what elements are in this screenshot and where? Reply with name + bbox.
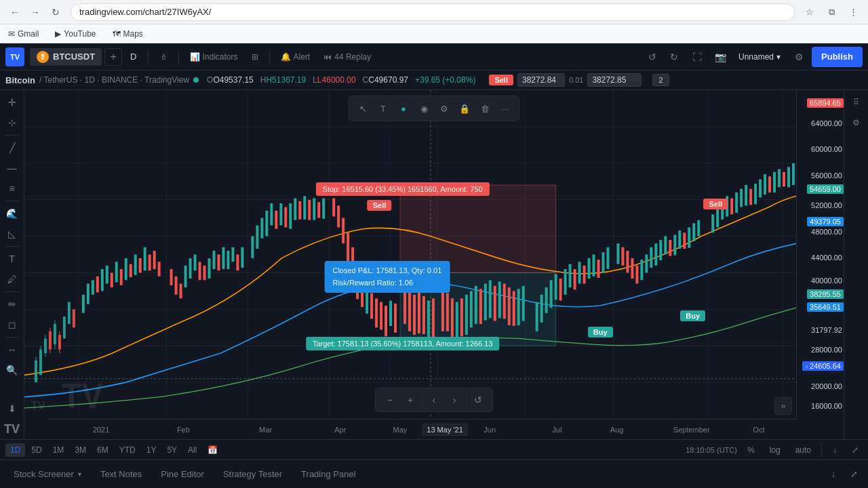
chart-area[interactable]: ↖ T ● ◉ ⚙ 🔒 🗑 ···	[24, 90, 844, 439]
reset-zoom-button[interactable]: ↺	[469, 391, 487, 409]
expand-right-button[interactable]: »	[774, 397, 792, 415]
tf-1y-button[interactable]: 1Y	[142, 443, 161, 457]
layout-icon: ⊞	[252, 52, 258, 62]
bookmark-maps[interactable]: 🗺 Maps	[110, 28, 146, 40]
fib-tool[interactable]: 🌊	[3, 204, 22, 223]
rs-drag-handle[interactable]: ⠿	[847, 93, 866, 112]
price-38285: 38285.55	[807, 289, 844, 299]
shape-tool[interactable]: ◻	[3, 315, 22, 334]
cursor-tool[interactable]: ✛	[3, 93, 22, 112]
screenshot-button[interactable]: 📷	[710, 47, 730, 67]
dt-settings-btn[interactable]: ⚙	[435, 99, 454, 118]
dt-fill-btn[interactable]: ◉	[414, 99, 433, 118]
tv-logo-bottom[interactable]: TV	[4, 422, 20, 436]
order-price-2[interactable]	[587, 73, 642, 87]
back-button[interactable]: ←	[5, 3, 24, 22]
unnamed-button[interactable]: Unnamed ▾	[733, 49, 786, 64]
price-35649: 35649.51	[807, 302, 844, 312]
indicators-button[interactable]: 📊 Indicators	[184, 49, 243, 64]
svg-rect-32	[63, 317, 66, 338]
dt-more-btn[interactable]: ···	[496, 99, 515, 118]
extension-button[interactable]: ⧉	[822, 3, 841, 22]
channel-tool[interactable]: ≡	[3, 179, 22, 198]
svg-rect-62	[218, 255, 220, 271]
forward-button[interactable]: →	[26, 3, 45, 22]
bookmark-youtube[interactable]: ▶ YouTube	[52, 28, 98, 40]
top-toolbar: TV ₿ BTCUSDT + D 🕯 📊 Indicators ⊞ 🔔 Aler…	[0, 43, 868, 70]
redo-button[interactable]: ↻	[664, 47, 684, 67]
tf-calendar-button[interactable]: 📅	[203, 443, 222, 457]
svg-rect-162	[735, 192, 738, 213]
measure-tool[interactable]: ↔	[3, 340, 22, 359]
fullscreen-button[interactable]: ⛶	[687, 47, 707, 67]
percent-button[interactable]: %	[743, 443, 760, 457]
expand-button[interactable]: ⤢	[848, 443, 863, 458]
zoom-plus-button[interactable]: +	[401, 391, 419, 409]
note-tool[interactable]: 🖊	[3, 270, 22, 289]
tf-all-button[interactable]: All	[183, 443, 201, 457]
zoom-minus-button[interactable]: −	[381, 391, 399, 409]
tf-5d-button[interactable]: 5D	[26, 443, 46, 457]
svg-rect-75	[284, 207, 287, 227]
gann-tool[interactable]: ◺	[3, 224, 22, 243]
svg-rect-52	[170, 269, 173, 285]
undo-button[interactable]: ↺	[642, 47, 663, 67]
collapse-button[interactable]: ↓	[827, 443, 842, 458]
star-button[interactable]: ☆	[800, 3, 819, 22]
footer-collapse-button[interactable]: ↓	[825, 466, 842, 483]
dt-delete-btn[interactable]: 🗑	[475, 99, 494, 118]
symbol-button[interactable]: ₿ BTCUSDT	[30, 48, 102, 66]
dt-cursor-btn[interactable]: ↖	[353, 99, 372, 118]
alert-button[interactable]: 🔔 Alert	[275, 49, 316, 64]
tab-strategy-tester[interactable]: Strategy Tester	[215, 465, 290, 483]
zoom-tool[interactable]: 🔍	[3, 361, 22, 380]
text-tool[interactable]: T	[3, 249, 22, 268]
svg-rect-165	[749, 189, 752, 205]
dt-color-btn[interactable]: ●	[394, 99, 413, 118]
brush-tool[interactable]: ✏	[3, 295, 22, 314]
change-value: +39.65 (+0.08%)	[415, 75, 475, 85]
footer-expand-button[interactable]: ⤢	[845, 466, 863, 483]
svg-rect-108	[456, 302, 458, 338]
tab-pine-editor[interactable]: Pine Editor	[153, 465, 212, 483]
horizontal-line-tool[interactable]: —	[3, 159, 22, 178]
bookmark-gmail[interactable]: ✉ Gmail	[5, 28, 41, 40]
chart-settings-button[interactable]: ⚙	[789, 47, 809, 67]
publish-button[interactable]: Publish	[812, 47, 863, 67]
tab-text-notes[interactable]: Text Notes	[92, 465, 150, 483]
tf-6m-button[interactable]: 6M	[92, 443, 113, 457]
menu-button[interactable]: ⋮	[844, 3, 863, 22]
scroll-left-button[interactable]: ‹	[425, 391, 443, 409]
scroll-right-button[interactable]: ›	[446, 391, 463, 409]
auto-button[interactable]: auto	[791, 443, 816, 457]
tf-1m-button[interactable]: 1M	[48, 443, 69, 457]
trend-line-tool[interactable]: ╱	[3, 138, 22, 157]
dt-lock-btn[interactable]: 🔒	[455, 99, 474, 118]
address-bar[interactable]: tradingview.com/chart/27IW6yAX/	[71, 3, 795, 21]
layout-button[interactable]: ⊞	[246, 49, 264, 64]
svg-rect-113	[479, 289, 482, 324]
svg-rect-61	[213, 251, 216, 269]
dt-text-btn[interactable]: T	[374, 99, 393, 118]
chart-type-button[interactable]: 🕯	[154, 49, 173, 64]
tab-stock-screener[interactable]: Stock Screener ▾	[5, 465, 90, 483]
add-symbol-button[interactable]: +	[104, 48, 122, 66]
crosshair-tool[interactable]: ⊹	[3, 113, 22, 132]
svg-rect-44	[125, 258, 127, 280]
price-64000: 64000.00	[811, 119, 842, 127]
svg-rect-102	[422, 296, 425, 334]
timeframe-button[interactable]: D	[125, 49, 142, 64]
tab-trading-panel[interactable]: Trading Panel	[293, 465, 363, 483]
svg-rect-110	[465, 295, 468, 335]
svg-rect-170	[773, 172, 776, 192]
tf-5y-button[interactable]: 5Y	[162, 443, 182, 457]
refresh-button[interactable]: ↻	[46, 3, 65, 22]
tf-3m-button[interactable]: 3M	[70, 443, 91, 457]
rs-settings-btn[interactable]: ⚙	[847, 113, 866, 132]
replay-button[interactable]: ⏮ 44 Replay	[318, 49, 376, 64]
tf-ytd-button[interactable]: YTD	[115, 443, 140, 457]
order-price-1[interactable]	[517, 73, 565, 87]
tf-1d-button[interactable]: 1D	[5, 443, 25, 457]
log-button[interactable]: log	[765, 443, 785, 457]
magnet-tool[interactable]: ⬇	[3, 399, 22, 418]
